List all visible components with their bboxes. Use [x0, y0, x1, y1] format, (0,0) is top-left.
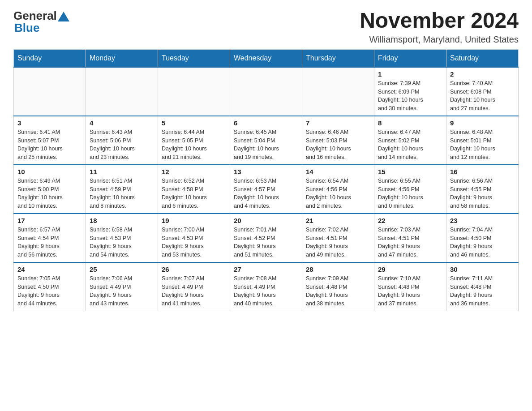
day-number: 5 — [162, 119, 226, 127]
location-title: Williamsport, Maryland, United States — [360, 34, 519, 45]
week-row-2: 3Sunrise: 6:41 AM Sunset: 5:07 PM Daylig… — [14, 116, 519, 165]
calendar-cell: 20Sunrise: 7:01 AM Sunset: 4:52 PM Dayli… — [230, 214, 302, 262]
day-info: Sunrise: 6:53 AM Sunset: 4:57 PM Dayligh… — [234, 177, 298, 210]
day-info: Sunrise: 6:52 AM Sunset: 4:58 PM Dayligh… — [162, 177, 226, 210]
calendar-cell: 15Sunrise: 6:55 AM Sunset: 4:56 PM Dayli… — [374, 165, 446, 214]
day-info: Sunrise: 7:05 AM Sunset: 4:50 PM Dayligh… — [17, 274, 82, 308]
day-info: Sunrise: 6:48 AM Sunset: 5:01 PM Dayligh… — [450, 128, 515, 162]
day-header-monday: Monday — [86, 49, 158, 67]
calendar-cell: 10Sunrise: 6:49 AM Sunset: 5:00 PM Dayli… — [14, 165, 86, 214]
title-area: November 2024 Williamsport, Maryland, Un… — [360, 9, 519, 45]
day-number: 1 — [378, 70, 442, 78]
day-info: Sunrise: 7:08 AM Sunset: 4:49 PM Dayligh… — [234, 274, 298, 308]
day-info: Sunrise: 6:43 AM Sunset: 5:06 PM Dayligh… — [90, 128, 154, 162]
calendar-cell: 3Sunrise: 6:41 AM Sunset: 5:07 PM Daylig… — [14, 116, 86, 165]
day-number: 24 — [17, 265, 82, 273]
day-number: 15 — [378, 168, 442, 176]
day-number: 3 — [17, 119, 82, 127]
day-number: 30 — [450, 265, 515, 273]
day-number: 4 — [90, 119, 154, 127]
day-info: Sunrise: 7:06 AM Sunset: 4:49 PM Dayligh… — [90, 274, 154, 308]
calendar-cell: 7Sunrise: 6:46 AM Sunset: 5:03 PM Daylig… — [302, 116, 374, 165]
day-number: 25 — [90, 265, 154, 273]
day-number: 7 — [306, 119, 370, 127]
day-number: 13 — [234, 168, 298, 176]
calendar-cell — [302, 67, 374, 116]
calendar-cell: 24Sunrise: 7:05 AM Sunset: 4:50 PM Dayli… — [14, 262, 86, 311]
day-number: 23 — [450, 217, 515, 224]
calendar-cell: 12Sunrise: 6:52 AM Sunset: 4:58 PM Dayli… — [158, 165, 230, 214]
day-info: Sunrise: 6:41 AM Sunset: 5:07 PM Dayligh… — [17, 128, 82, 162]
day-header-friday: Friday — [374, 49, 446, 67]
calendar-cell — [14, 67, 86, 116]
day-header-sunday: Sunday — [14, 49, 86, 67]
week-row-1: 1Sunrise: 7:39 AM Sunset: 6:09 PM Daylig… — [14, 67, 519, 116]
calendar-cell — [158, 67, 230, 116]
day-info: Sunrise: 6:44 AM Sunset: 5:05 PM Dayligh… — [162, 128, 226, 162]
calendar-cell: 16Sunrise: 6:56 AM Sunset: 4:55 PM Dayli… — [446, 165, 519, 214]
day-number: 8 — [378, 119, 442, 127]
calendar-cell: 30Sunrise: 7:11 AM Sunset: 4:48 PM Dayli… — [446, 262, 519, 311]
day-number: 18 — [90, 217, 154, 224]
day-info: Sunrise: 7:09 AM Sunset: 4:48 PM Dayligh… — [306, 274, 370, 308]
day-number: 16 — [450, 168, 515, 176]
day-number: 2 — [450, 70, 515, 78]
day-header-tuesday: Tuesday — [158, 49, 230, 67]
day-info: Sunrise: 6:56 AM Sunset: 4:55 PM Dayligh… — [450, 177, 515, 210]
calendar-cell: 22Sunrise: 7:03 AM Sunset: 4:51 PM Dayli… — [374, 214, 446, 262]
day-info: Sunrise: 7:03 AM Sunset: 4:51 PM Dayligh… — [378, 226, 442, 259]
day-info: Sunrise: 6:47 AM Sunset: 5:02 PM Dayligh… — [378, 128, 442, 162]
calendar-cell: 23Sunrise: 7:04 AM Sunset: 4:50 PM Dayli… — [446, 214, 519, 262]
page-header: General Blue November 2024 Williamsport,… — [13, 9, 519, 45]
day-number: 6 — [234, 119, 298, 127]
calendar-header-row: SundayMondayTuesdayWednesdayThursdayFrid… — [14, 49, 519, 67]
day-number: 19 — [162, 217, 226, 224]
day-info: Sunrise: 6:58 AM Sunset: 4:53 PM Dayligh… — [90, 226, 154, 259]
day-number: 21 — [306, 217, 370, 224]
calendar-cell: 29Sunrise: 7:10 AM Sunset: 4:48 PM Dayli… — [374, 262, 446, 311]
day-header-thursday: Thursday — [302, 49, 374, 67]
calendar-cell: 13Sunrise: 6:53 AM Sunset: 4:57 PM Dayli… — [230, 165, 302, 214]
day-info: Sunrise: 6:46 AM Sunset: 5:03 PM Dayligh… — [306, 128, 370, 162]
calendar-cell: 9Sunrise: 6:48 AM Sunset: 5:01 PM Daylig… — [446, 116, 519, 165]
calendar-cell: 6Sunrise: 6:45 AM Sunset: 5:04 PM Daylig… — [230, 116, 302, 165]
calendar-cell: 8Sunrise: 6:47 AM Sunset: 5:02 PM Daylig… — [374, 116, 446, 165]
calendar-cell: 11Sunrise: 6:51 AM Sunset: 4:59 PM Dayli… — [86, 165, 158, 214]
day-number: 29 — [378, 265, 442, 273]
day-number: 14 — [306, 168, 370, 176]
day-info: Sunrise: 7:04 AM Sunset: 4:50 PM Dayligh… — [450, 226, 515, 259]
week-row-4: 17Sunrise: 6:57 AM Sunset: 4:54 PM Dayli… — [14, 214, 519, 262]
week-row-3: 10Sunrise: 6:49 AM Sunset: 5:00 PM Dayli… — [14, 165, 519, 214]
logo: General Blue — [13, 9, 69, 35]
logo-blue-text: Blue — [14, 21, 39, 34]
day-info: Sunrise: 7:00 AM Sunset: 4:53 PM Dayligh… — [162, 226, 226, 259]
month-title: November 2024 — [360, 9, 519, 33]
day-header-saturday: Saturday — [446, 49, 519, 67]
day-info: Sunrise: 6:55 AM Sunset: 4:56 PM Dayligh… — [378, 177, 442, 210]
logo-arrow-icon — [58, 12, 69, 21]
day-info: Sunrise: 7:10 AM Sunset: 4:48 PM Dayligh… — [378, 274, 442, 308]
day-number: 11 — [90, 168, 154, 176]
calendar-cell: 14Sunrise: 6:54 AM Sunset: 4:56 PM Dayli… — [302, 165, 374, 214]
calendar-cell: 1Sunrise: 7:39 AM Sunset: 6:09 PM Daylig… — [374, 67, 446, 116]
day-info: Sunrise: 6:49 AM Sunset: 5:00 PM Dayligh… — [17, 177, 82, 210]
calendar-cell — [230, 67, 302, 116]
calendar-cell: 4Sunrise: 6:43 AM Sunset: 5:06 PM Daylig… — [86, 116, 158, 165]
calendar-cell: 17Sunrise: 6:57 AM Sunset: 4:54 PM Dayli… — [14, 214, 86, 262]
day-info: Sunrise: 7:11 AM Sunset: 4:48 PM Dayligh… — [450, 274, 515, 308]
calendar-cell: 26Sunrise: 7:07 AM Sunset: 4:49 PM Dayli… — [158, 262, 230, 311]
svg-marker-0 — [58, 12, 69, 21]
day-info: Sunrise: 7:40 AM Sunset: 6:08 PM Dayligh… — [450, 79, 515, 113]
day-info: Sunrise: 7:01 AM Sunset: 4:52 PM Dayligh… — [234, 226, 298, 259]
calendar-cell — [86, 67, 158, 116]
day-info: Sunrise: 6:54 AM Sunset: 4:56 PM Dayligh… — [306, 177, 370, 210]
calendar-cell: 2Sunrise: 7:40 AM Sunset: 6:08 PM Daylig… — [446, 67, 519, 116]
day-number: 22 — [378, 217, 442, 224]
day-number: 20 — [234, 217, 298, 224]
calendar-cell: 27Sunrise: 7:08 AM Sunset: 4:49 PM Dayli… — [230, 262, 302, 311]
calendar-cell: 19Sunrise: 7:00 AM Sunset: 4:53 PM Dayli… — [158, 214, 230, 262]
day-info: Sunrise: 6:57 AM Sunset: 4:54 PM Dayligh… — [17, 226, 82, 259]
week-row-5: 24Sunrise: 7:05 AM Sunset: 4:50 PM Dayli… — [14, 262, 519, 311]
calendar-cell: 28Sunrise: 7:09 AM Sunset: 4:48 PM Dayli… — [302, 262, 374, 311]
calendar-cell: 5Sunrise: 6:44 AM Sunset: 5:05 PM Daylig… — [158, 116, 230, 165]
